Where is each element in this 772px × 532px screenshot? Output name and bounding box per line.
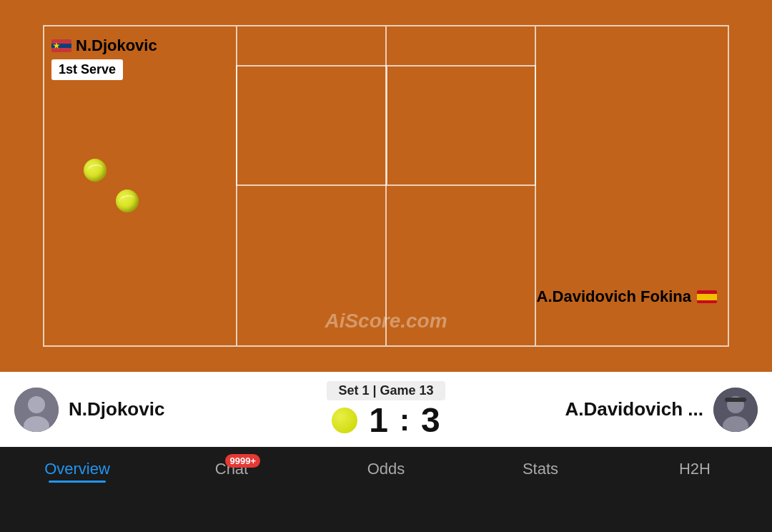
score-section: N.Djokovic Set 1 | Game 13 1 : 3 A.David… [0, 372, 772, 447]
tennis-ball-2 [116, 189, 139, 212]
tennis-court-area: N.Djokovic 1st Serve A.Davidovich Fokina… [0, 0, 772, 372]
player1-info: N.Djokovic [14, 388, 312, 432]
player-bottom-right-info: A.Davidovich Fokina [537, 287, 717, 306]
nav-h2h-label: H2H [679, 460, 711, 478]
nav-overview-label: Overview [44, 460, 110, 478]
nav-active-bar [49, 481, 106, 483]
player2-name: A.Davidovich ... [565, 398, 703, 420]
nav-h2h[interactable]: H2H [618, 460, 772, 478]
player-top-name-row: N.Djokovic [51, 36, 157, 55]
player-bottom-name: A.Davidovich Fokina [537, 287, 691, 306]
spain-flag-icon [697, 290, 717, 303]
score-separator: : [400, 405, 410, 435]
player2-info: A.Davidovich ... [460, 388, 758, 432]
player-top-left-info: N.Djokovic 1st Serve [51, 36, 157, 80]
service-box-divider [386, 66, 387, 184]
serve-badge: 1st Serve [51, 59, 123, 80]
svg-rect-6 [725, 398, 746, 402]
set-game-label: Set 1 | Game 13 [327, 381, 445, 400]
watermark: AiScore.com [325, 310, 447, 332]
player2-score: 3 [421, 403, 440, 438]
serbia-flag-icon [51, 39, 71, 52]
player1-avatar [14, 388, 59, 432]
bottom-nav: Overview 9999+ Chat Odds Stats H2H [0, 447, 772, 532]
tennis-ball-1 [84, 159, 107, 182]
tennis-court: N.Djokovic 1st Serve A.Davidovich Fokina… [43, 25, 729, 347]
nav-stats-label: Stats [523, 460, 558, 478]
player-top-name: N.Djokovic [76, 36, 157, 55]
avatar2-svg [713, 388, 758, 432]
chat-badge: 9999+ [225, 454, 260, 468]
nav-overview[interactable]: Overview [0, 460, 154, 478]
nav-odds[interactable]: Odds [309, 460, 463, 478]
player1-name: N.Djokovic [69, 398, 164, 420]
nav-stats[interactable]: Stats [463, 460, 618, 478]
svg-point-1 [28, 396, 45, 413]
nav-odds-label: Odds [367, 460, 405, 478]
score-center: Set 1 | Game 13 1 : 3 [312, 381, 459, 438]
score-ball-icon [332, 408, 357, 433]
avatar-svg [14, 388, 59, 432]
nav-chat[interactable]: 9999+ Chat [154, 460, 309, 478]
service-boxes [236, 65, 537, 186]
score-display: 1 : 3 [332, 403, 440, 438]
player2-avatar [713, 388, 758, 432]
player1-score: 1 [369, 403, 388, 438]
